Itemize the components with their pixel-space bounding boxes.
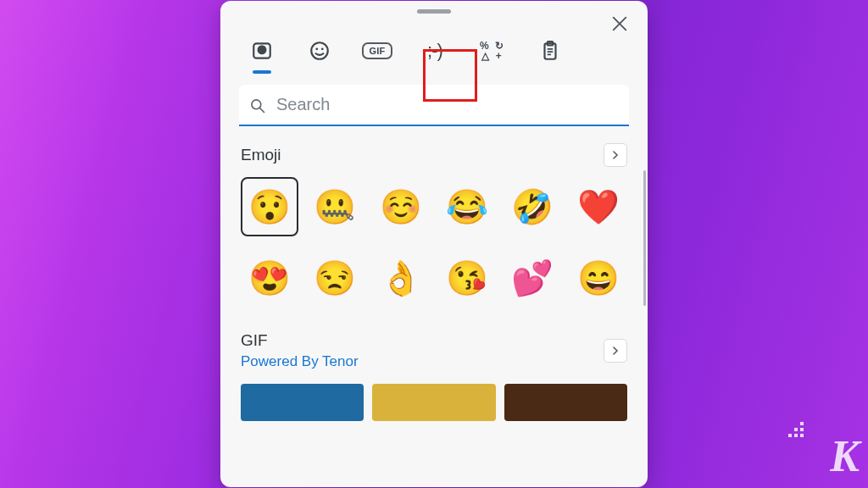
gif-subtitle[interactable]: Powered By Tenor [241,353,359,370]
emoji-grid: 😯 🤐 ☺️ 😂 🤣 ❤️ 😍 😒 👌 😘 💕 😄 [241,177,627,308]
emoji-item[interactable]: 😂 [438,177,496,236]
emoji-section: Emoji 😯 🤐 ☺️ 😂 🤣 ❤️ 😍 😒 👌 😘 💕 😄 [220,126,648,308]
kaomoji-icon: ;-) [427,40,442,62]
emoji-item[interactable]: 💕 [504,248,562,308]
emoji-item[interactable]: 😄 [570,248,627,308]
emoji-picker-window: GIF ;-) % ↻ △ + Emoji [220,1,648,487]
chevron-right-icon [611,347,620,355]
svg-point-3 [321,47,324,50]
tab-kaomoji[interactable]: ;-) [419,34,451,68]
symbols-icon: % ↻ △ + [480,41,505,61]
svg-line-10 [260,108,264,112]
svg-point-1 [311,42,328,59]
gif-thumbnail[interactable] [504,384,627,421]
clipboard-icon [539,40,561,62]
tab-emoji[interactable] [303,34,336,68]
emoji-item[interactable]: 👌 [372,248,430,308]
search-row [239,85,629,126]
smiley-icon [309,40,331,62]
gif-thumbnail[interactable] [372,384,495,421]
emoji-item[interactable]: ❤️ [570,177,627,236]
emoji-item[interactable]: 😒 [307,248,364,308]
scrollbar[interactable] [643,170,646,306]
gif-thumbnail[interactable] [241,384,364,421]
emoji-item[interactable]: 😯 [241,177,298,236]
close-button[interactable] [610,14,629,33]
chevron-right-icon [611,151,620,159]
emoji-item[interactable]: 😘 [438,248,496,308]
emoji-expand-button[interactable] [604,143,627,167]
emoji-section-title: Emoji [241,146,281,164]
emoji-item[interactable]: 😍 [241,248,298,308]
category-tabs: GIF ;-) % ↻ △ + [220,14,648,71]
emoji-item[interactable]: 🤐 [307,177,364,236]
gif-row [241,384,627,421]
gif-expand-button[interactable] [604,339,627,363]
gif-icon: GIF [362,42,392,59]
search-input[interactable] [239,85,629,126]
tab-recent[interactable] [246,34,278,68]
gif-section-title: GIF [241,331,359,350]
emoji-item[interactable]: 🤣 [504,177,562,236]
svg-point-2 [315,47,318,50]
tab-symbols[interactable]: % ↻ △ + [476,34,509,68]
recent-icon [251,40,273,62]
watermark: K [830,431,860,481]
tab-clipboard[interactable] [534,34,566,68]
watermark-dots [788,422,807,441]
search-icon [249,97,266,114]
tab-gif[interactable]: GIF [361,34,393,68]
emoji-item[interactable]: ☺️ [372,177,430,236]
close-icon [610,14,629,33]
gif-section: GIF Powered By Tenor [220,308,648,421]
